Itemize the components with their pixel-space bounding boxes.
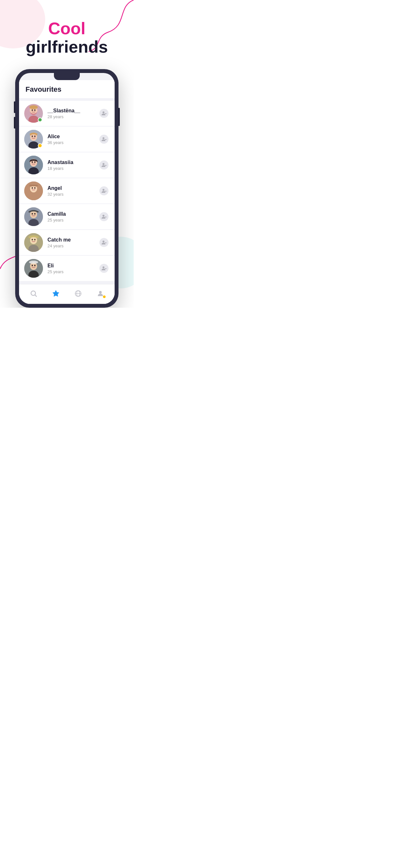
svg-point-25 bbox=[32, 187, 33, 189]
item-age: 32 years bbox=[48, 192, 98, 197]
svg-point-36 bbox=[34, 213, 35, 215]
favourites-list: __Slastëna__ 28 years bbox=[19, 98, 115, 284]
svg-point-3 bbox=[32, 110, 33, 111]
svg-line-55 bbox=[35, 295, 36, 297]
item-info-catchme: Catch me 24 years bbox=[48, 237, 98, 248]
svg-rect-21 bbox=[104, 165, 106, 166]
status-dot-away bbox=[38, 144, 42, 148]
hero-girlfriends-text: girlfriends bbox=[26, 38, 108, 56]
nav-account[interactable] bbox=[93, 288, 108, 299]
item-age: 36 years bbox=[48, 140, 98, 145]
remove-button-camilla[interactable] bbox=[98, 211, 110, 222]
avatar-slastena bbox=[24, 104, 43, 123]
star-icon bbox=[52, 290, 60, 298]
svg-rect-7 bbox=[104, 113, 106, 114]
remove-button-angel[interactable] bbox=[98, 185, 110, 196]
list-item[interactable]: Eli 25 years bbox=[19, 256, 115, 281]
avatar-angel bbox=[24, 182, 43, 200]
svg-point-20 bbox=[103, 163, 104, 165]
svg-point-6 bbox=[103, 112, 104, 113]
item-name: __Slastëna__ bbox=[48, 107, 98, 114]
svg-point-18 bbox=[32, 161, 33, 163]
svg-point-52 bbox=[103, 267, 104, 268]
svg-point-50 bbox=[34, 265, 35, 267]
item-info-slastena: __Slastëna__ 28 years bbox=[48, 107, 98, 119]
svg-rect-29 bbox=[29, 185, 38, 186]
svg-rect-38 bbox=[104, 217, 106, 217]
phone-vol-up bbox=[14, 101, 15, 113]
item-age: 24 years bbox=[48, 244, 98, 248]
phone-notch bbox=[54, 73, 80, 80]
avatar-alice bbox=[24, 130, 43, 149]
svg-point-43 bbox=[34, 239, 35, 241]
item-age: 28 years bbox=[48, 114, 98, 119]
item-info-angel: Angel 32 years bbox=[48, 185, 98, 197]
hero-cool-text: Cool bbox=[26, 20, 108, 38]
item-age: 18 years bbox=[48, 166, 98, 171]
remove-button-eli[interactable] bbox=[98, 263, 110, 274]
avatar-camilla bbox=[24, 207, 43, 226]
svg-point-44 bbox=[103, 241, 104, 243]
svg-point-49 bbox=[32, 265, 33, 267]
item-name: Anastasiia bbox=[48, 159, 98, 165]
svg-rect-53 bbox=[104, 268, 106, 269]
svg-point-42 bbox=[32, 239, 33, 241]
svg-point-35 bbox=[32, 213, 33, 215]
svg-point-4 bbox=[34, 110, 35, 111]
remove-button-alice[interactable] bbox=[98, 134, 110, 145]
account-notification-dot bbox=[103, 296, 105, 298]
app-screen: Favourites bbox=[19, 80, 115, 304]
status-dot-online bbox=[38, 118, 42, 122]
item-info-anastasiia: Anastasiia 18 years bbox=[48, 159, 98, 171]
svg-point-51 bbox=[29, 260, 38, 264]
svg-point-5 bbox=[29, 105, 38, 109]
remove-button-anastasiia[interactable] bbox=[98, 159, 110, 170]
nav-favourites[interactable] bbox=[48, 288, 64, 299]
svg-point-11 bbox=[32, 135, 33, 137]
item-name: Catch me bbox=[48, 237, 98, 243]
list-item[interactable]: Angel 32 years bbox=[19, 178, 115, 204]
item-name: Angel bbox=[48, 185, 98, 191]
item-info-alice: Alice 36 years bbox=[48, 133, 98, 145]
nav-search[interactable] bbox=[26, 288, 41, 299]
item-age: 25 years bbox=[48, 269, 98, 274]
globe-icon bbox=[74, 290, 82, 298]
hero-title: Cool girlfriends bbox=[26, 20, 108, 56]
bottom-nav bbox=[19, 284, 115, 304]
item-name: Alice bbox=[48, 133, 98, 140]
phone-power-btn bbox=[119, 108, 120, 126]
svg-point-26 bbox=[34, 187, 35, 189]
svg-point-30 bbox=[103, 189, 104, 191]
item-name: Camilla bbox=[48, 211, 98, 217]
list-item[interactable]: __Slastëna__ 28 years bbox=[19, 101, 115, 126]
phone-mockup: Favourites bbox=[15, 69, 119, 308]
list-item[interactable]: Catch me 24 years bbox=[19, 230, 115, 255]
list-item[interactable]: Alice 36 years bbox=[19, 127, 115, 152]
item-name: Eli bbox=[48, 262, 98, 269]
avatar-anastasiia bbox=[24, 156, 43, 175]
phone-vol-down bbox=[14, 117, 15, 128]
list-item[interactable]: Anastasiia 18 years bbox=[19, 152, 115, 178]
svg-point-60 bbox=[99, 291, 102, 293]
avatar-eli bbox=[24, 259, 43, 278]
item-age: 25 years bbox=[48, 218, 98, 222]
search-icon bbox=[30, 290, 37, 298]
svg-rect-14 bbox=[104, 139, 106, 140]
svg-rect-45 bbox=[104, 243, 106, 243]
svg-point-1 bbox=[28, 116, 39, 123]
svg-point-19 bbox=[34, 161, 35, 163]
svg-point-13 bbox=[103, 137, 104, 139]
svg-rect-31 bbox=[104, 191, 106, 191]
app-header: Favourites bbox=[19, 80, 115, 98]
list-item[interactable]: Camilla 25 years bbox=[19, 204, 115, 229]
remove-button-slastena[interactable] bbox=[98, 108, 110, 119]
app-title: Favourites bbox=[26, 85, 61, 93]
remove-button-catchme[interactable] bbox=[98, 237, 110, 248]
phone-screen: Favourites bbox=[19, 73, 115, 304]
nav-profile[interactable] bbox=[70, 288, 86, 299]
svg-point-12 bbox=[34, 135, 35, 137]
item-info-eli: Eli 25 years bbox=[48, 262, 98, 274]
avatar-catchme bbox=[24, 233, 43, 252]
svg-marker-56 bbox=[53, 290, 59, 297]
item-info-camilla: Camilla 25 years bbox=[48, 211, 98, 222]
